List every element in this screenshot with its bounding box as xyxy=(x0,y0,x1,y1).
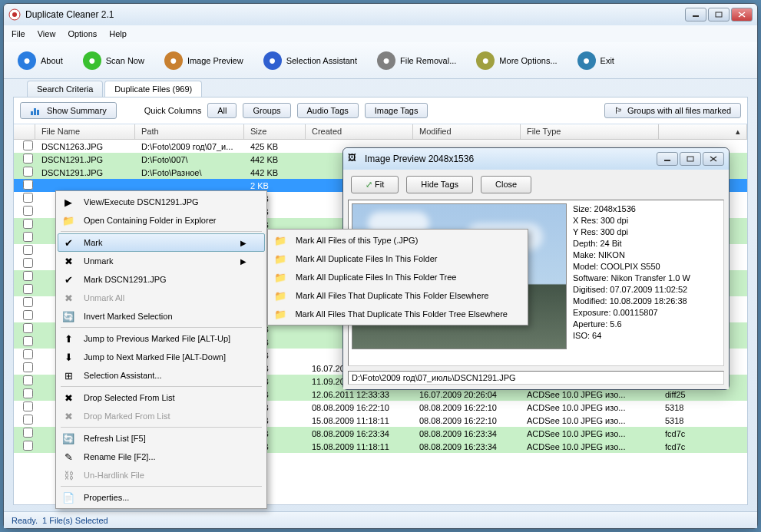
status-selected: 1 File(s) Selected xyxy=(42,516,108,525)
row-checkbox[interactable] xyxy=(23,388,33,398)
subctx-item[interactable]: 📁Mark All Files That Duplicate This Fold… xyxy=(270,305,526,323)
ctx-view-execute-dscn-jpg[interactable]: ▶View/Execute DSCN1291.JPG xyxy=(58,193,265,211)
minimize-button[interactable] xyxy=(685,8,706,21)
preview-close-button2[interactable]: Close xyxy=(481,176,531,193)
row-checkbox[interactable] xyxy=(23,232,33,242)
menu-file[interactable]: File xyxy=(12,29,25,38)
th-created[interactable]: Created xyxy=(306,124,413,139)
subctx-item[interactable]: 📁Mark All Files That Duplicate This Fold… xyxy=(270,286,526,305)
tool-icon: ● xyxy=(263,51,282,70)
row-checkbox[interactable] xyxy=(23,271,33,281)
preview-maximize-button[interactable] xyxy=(680,152,701,166)
tool-exit[interactable]: ●Exit xyxy=(571,48,620,73)
cell-modified: 08.08.2009 16:23:34 xyxy=(413,428,521,439)
tool-scan-now[interactable]: ●Scan Now xyxy=(77,48,151,73)
th-path[interactable]: Path xyxy=(135,124,244,139)
preview-fit-button[interactable]: ⤢ Fit xyxy=(351,176,399,193)
row-checkbox[interactable] xyxy=(23,323,33,333)
subctx-item[interactable]: 📁Mark All Duplicate Files In This Folder… xyxy=(270,268,526,286)
row-checkbox[interactable] xyxy=(23,310,33,320)
ctx-icon: ⛓ xyxy=(61,469,76,481)
tab-search-criteria[interactable]: Search Criteria xyxy=(27,81,103,97)
cell-ext: 5318 xyxy=(659,402,705,413)
row-checkbox[interactable] xyxy=(23,180,33,190)
svg-rect-7 xyxy=(34,108,36,115)
row-checkbox[interactable] xyxy=(23,362,33,372)
row-checkbox[interactable] xyxy=(23,415,33,425)
qc-groups[interactable]: Groups xyxy=(243,103,290,118)
cell-path: D:\Foto\Разное\ xyxy=(135,167,244,178)
chart-icon xyxy=(30,105,42,116)
cell-path: D:\Foto\007\ xyxy=(135,154,244,165)
th-modified[interactable]: Modified xyxy=(413,124,521,139)
qc-image[interactable]: Image Tags xyxy=(365,103,428,118)
row-checkbox[interactable] xyxy=(23,284,33,294)
ctx-mark-dscn-jpg[interactable]: ✔Mark DSCN1291.JPG xyxy=(58,270,265,289)
qc-marked[interactable]: 🏳 Groups with all files marked xyxy=(604,103,741,118)
ctx-drop-selected-from-list[interactable]: ✖Drop Selected From List xyxy=(58,388,265,407)
row-checkbox[interactable] xyxy=(23,336,33,346)
ctx-selection-assistant-[interactable]: ⊞Selection Assistant... xyxy=(58,366,265,385)
row-checkbox[interactable] xyxy=(23,297,33,307)
row-checkbox[interactable] xyxy=(23,245,33,255)
close-button[interactable] xyxy=(731,8,753,21)
row-checkbox[interactable] xyxy=(23,193,33,203)
ctx-unmark[interactable]: ✖Unmark▶ xyxy=(58,252,265,270)
th-filetype[interactable]: File Type xyxy=(521,124,659,139)
menu-view[interactable]: View xyxy=(38,29,56,38)
row-checkbox[interactable] xyxy=(23,140,33,150)
subctx-item[interactable]: 📁Mark All Duplicate Files In This Folder xyxy=(270,249,526,268)
th-size[interactable]: Size xyxy=(244,124,306,139)
context-menu[interactable]: ▶View/Execute DSCN1291.JPG📁Open Containi… xyxy=(55,190,267,509)
subctx-item[interactable]: 📁Mark All Files of this Type (.JPG) xyxy=(270,231,526,249)
row-checkbox[interactable] xyxy=(23,167,33,177)
preview-titlebar[interactable]: 🖼 Image Preview 2048x1536 xyxy=(343,148,729,170)
image-icon: 🖼 xyxy=(348,153,360,165)
th-checkbox[interactable] xyxy=(14,124,35,139)
ctx-mark[interactable]: ✔Mark▶ xyxy=(58,233,265,252)
ctx-icon: ✖ xyxy=(61,392,76,404)
ctx-jump-to-next-marked-file-alt-down-[interactable]: ⬇Jump to Next Marked File [ALT-Down] xyxy=(58,348,265,366)
row-checkbox[interactable] xyxy=(23,206,33,216)
ctx-icon: ✎ xyxy=(61,451,76,463)
window-title: Duplicate Cleaner 2.1 xyxy=(25,9,685,20)
tool-more-options-[interactable]: ●More Options... xyxy=(470,48,563,73)
tool-selection-assistant[interactable]: ●Selection Assistant xyxy=(257,48,363,73)
row-checkbox[interactable] xyxy=(23,219,33,229)
ctx-jump-to-previous-marked-file-alt-up-[interactable]: ⬆Jump to Previous Marked File [ALT-Up] xyxy=(58,329,265,348)
context-submenu[interactable]: 📁Mark All Files of this Type (.JPG)📁Mark… xyxy=(267,229,528,325)
row-checkbox[interactable] xyxy=(23,428,33,438)
qc-all[interactable]: All xyxy=(207,103,237,118)
preview-close-button[interactable] xyxy=(703,152,724,166)
ctx-refresh-list-f-[interactable]: 🔄Refresh List [F5] xyxy=(58,429,265,448)
cell-ext: fcd7c xyxy=(659,428,705,439)
tool-file-removal-[interactable]: ●File Removal... xyxy=(371,48,462,73)
folder-icon: 📁 xyxy=(273,271,288,283)
titlebar[interactable]: Duplicate Cleaner 2.1 xyxy=(4,4,757,25)
row-checkbox[interactable] xyxy=(23,349,33,359)
svg-rect-8 xyxy=(37,110,39,115)
maximize-button[interactable] xyxy=(708,8,730,21)
ctx-open-containing-folder-in-explorer[interactable]: 📁Open Containing Folder in Explorer xyxy=(58,211,265,230)
row-checkbox[interactable] xyxy=(23,258,33,268)
ctx-properties-[interactable]: 📄Properties... xyxy=(58,488,265,507)
row-checkbox[interactable] xyxy=(23,441,33,451)
preview-minimize-button[interactable] xyxy=(657,152,678,166)
tab-duplicate-files[interactable]: Duplicate Files (969) xyxy=(104,81,202,97)
preview-hide-tags-button[interactable]: Hide Tags xyxy=(406,176,473,193)
ctx-rename-file-f-[interactable]: ✎Rename File [F2]... xyxy=(58,448,265,466)
row-checkbox[interactable] xyxy=(23,154,33,164)
tool-image-preview[interactable]: ●Image Preview xyxy=(158,48,250,73)
qc-audio[interactable]: Audio Tags xyxy=(297,103,359,118)
th-filename[interactable]: File Name xyxy=(35,124,135,139)
ctx-un-hardlink-file: ⛓Un-Hardlink File xyxy=(58,466,265,484)
preview-info-line: Y Res: 300 dpi xyxy=(573,226,720,238)
menu-options[interactable]: Options xyxy=(68,29,97,38)
ctx-invert-marked-selection[interactable]: 🔄Invert Marked Selection xyxy=(58,307,265,325)
row-checkbox[interactable] xyxy=(23,375,33,385)
menu-help[interactable]: Help xyxy=(109,29,127,38)
show-summary-button[interactable]: Show Summary xyxy=(20,102,117,119)
row-checkbox[interactable] xyxy=(23,401,33,411)
cell-filetype: ACDSee 10.0 JPEG изо... xyxy=(521,428,659,439)
tool-about[interactable]: ●About xyxy=(12,48,69,73)
